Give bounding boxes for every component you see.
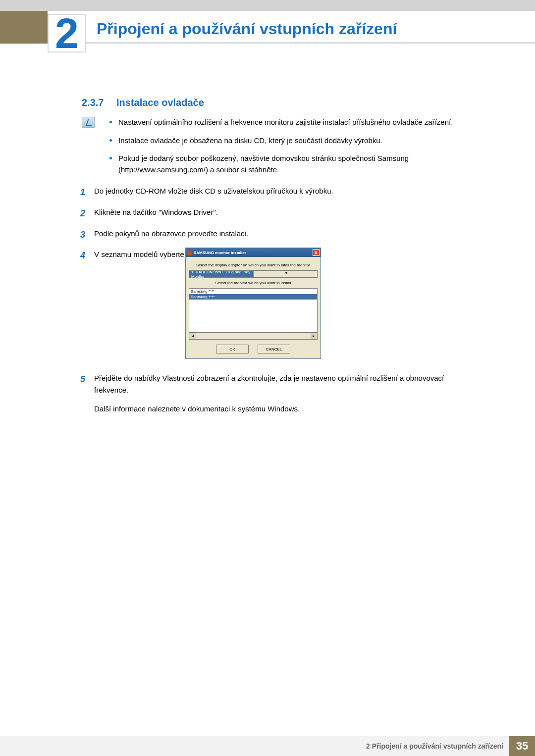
installer-title-bar: SAMSUNG monitor installer × bbox=[186, 248, 321, 257]
close-icon[interactable]: × bbox=[313, 249, 320, 256]
cancel-button[interactable]: CANCEL bbox=[258, 345, 290, 353]
step-text: Do jednotky CD-ROM vložte disk CD s uživ… bbox=[94, 185, 476, 200]
step-number: 4 bbox=[80, 249, 94, 263]
step-text: Klikněte na tlačítko "Windows Driver". bbox=[94, 206, 476, 221]
step-number: 3 bbox=[80, 228, 94, 242]
chapter-badge: 2 bbox=[48, 14, 86, 52]
installer-label-monitor: Select the monitor which you want to ins… bbox=[189, 281, 318, 285]
installer-window: SAMSUNG monitor installer × Select the d… bbox=[185, 248, 321, 359]
section-title: Instalace ovladače bbox=[116, 97, 204, 108]
horizontal-scrollbar[interactable]: ◂ ▸ bbox=[189, 333, 318, 340]
step-number: 5 bbox=[80, 372, 94, 415]
chevron-down-icon[interactable]: ▾ bbox=[253, 271, 318, 277]
top-bar-tab bbox=[0, 11, 48, 44]
step-5: 5 Přejděte do nabídky Vlastnosti zobraze… bbox=[80, 372, 476, 415]
adapter-dropdown[interactable]: 1. RADEON 9550 : Plug and Play Monitor ▾ bbox=[189, 270, 318, 278]
note-item: Pokud je dodaný soubor poškozený, navšti… bbox=[107, 153, 476, 175]
scroll-track[interactable] bbox=[196, 333, 310, 339]
footer-text: 2 Připojení a používání vstupních zaříze… bbox=[366, 736, 509, 756]
step-2: 2 Klikněte na tlačítko "Windows Driver". bbox=[80, 206, 476, 221]
note-text: Instalace ovladače je obsažena na disku … bbox=[118, 136, 382, 145]
step-text-extra: Další informace naleznete v dokumentaci … bbox=[94, 403, 476, 415]
installer-title: SAMSUNG monitor installer bbox=[187, 251, 246, 255]
section-number: 2.3.7 bbox=[82, 97, 104, 108]
footer-bar: 2 Připojení a používání vstupních zaříze… bbox=[0, 736, 535, 756]
step-text: Podle pokynů na obrazovce proveďte insta… bbox=[94, 228, 476, 242]
note-item: Instalace ovladače je obsažena na disku … bbox=[107, 135, 476, 147]
step-text: Přejděte do nabídky Vlastnosti zobrazení… bbox=[94, 372, 476, 415]
installer-buttons: OK CANCEL bbox=[189, 345, 318, 353]
monitor-list[interactable]: Samsung **** Samsung **** bbox=[189, 288, 318, 333]
installer-label-adapter: Select the display adapter on which you … bbox=[189, 263, 318, 267]
note-text: Pokud je dodaný soubor poškozený, navšti… bbox=[118, 154, 409, 174]
step-text-line: Přejděte do nabídky Vlastnosti zobrazení… bbox=[94, 372, 476, 396]
step-number: 1 bbox=[80, 185, 94, 200]
adapter-dropdown-value: 1. RADEON 9550 : Plug and Play Monitor bbox=[189, 270, 253, 279]
note-text: Nastavení optimálního rozlišení a frekve… bbox=[118, 118, 453, 126]
note-icon bbox=[82, 117, 95, 128]
list-item[interactable]: Samsung **** bbox=[189, 289, 317, 294]
page-number: 35 bbox=[509, 736, 535, 756]
chapter-number: 2 bbox=[55, 12, 79, 54]
note-list: Nastavení optimálního rozlišení a frekve… bbox=[107, 117, 476, 182]
note-item: Nastavení optimálního rozlišení a frekve… bbox=[107, 117, 476, 128]
installer-body: Select the display adapter on which you … bbox=[186, 257, 321, 358]
scroll-left-icon[interactable]: ◂ bbox=[189, 333, 196, 339]
header-divider bbox=[48, 42, 535, 44]
step-5-block: 5 Přejděte do nabídky Vlastnosti zobraze… bbox=[80, 372, 476, 422]
scroll-right-icon[interactable]: ▸ bbox=[310, 333, 317, 339]
ok-button[interactable]: OK bbox=[216, 345, 249, 353]
step-1: 1 Do jednotky CD-ROM vložte disk CD s už… bbox=[80, 185, 476, 200]
chapter-title: Připojení a používání vstupních zařízení bbox=[97, 20, 397, 38]
top-bar bbox=[0, 0, 535, 11]
step-3: 3 Podle pokynů na obrazovce proveďte ins… bbox=[80, 228, 476, 242]
step-number: 2 bbox=[80, 206, 94, 221]
list-item[interactable]: Samsung **** bbox=[189, 294, 317, 300]
